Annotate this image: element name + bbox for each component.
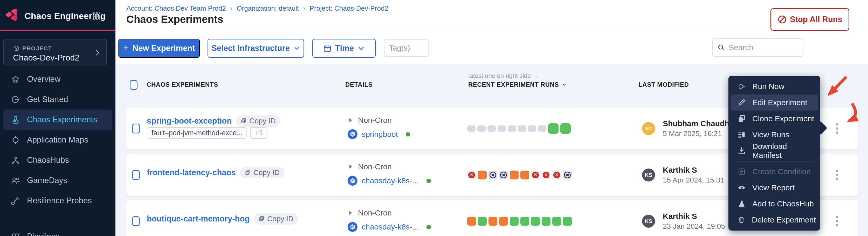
schedule-type: Non-Cron	[358, 162, 392, 171]
time-filter-dropdown[interactable]: Time	[312, 39, 376, 58]
run-status-empty[interactable]	[477, 125, 486, 131]
run-status-passed[interactable]	[560, 123, 571, 134]
menu-item-download-manifest[interactable]: Download Manifest	[731, 143, 818, 159]
run-status-passed[interactable]	[510, 217, 519, 226]
run-status-running[interactable]	[510, 171, 519, 179]
run-status-failed[interactable]: ✕	[552, 171, 561, 179]
run-status-empty[interactable]	[528, 125, 536, 131]
modified-by-name: Karthik S	[663, 212, 725, 221]
run-status-running[interactable]	[499, 217, 508, 226]
breadcrumb-link[interactable]: Organization: default	[237, 4, 299, 12]
sidebar-item-label: GameDays	[27, 176, 67, 185]
run-status-stopped[interactable]	[499, 171, 508, 179]
download-icon	[737, 146, 746, 155]
row-checkbox[interactable]	[132, 216, 140, 226]
experiment-name-cell: frontend-latency-chaos Copy ID	[147, 154, 329, 196]
cube-icon	[13, 45, 20, 52]
new-experiment-button[interactable]: + New Experiment	[118, 39, 200, 58]
sidebar-item-get-started[interactable]: Get Started	[3, 89, 112, 110]
failed-x-icon: ✕	[543, 172, 550, 178]
run-status-passed[interactable]	[563, 217, 572, 226]
run-status-passed[interactable]	[478, 217, 487, 226]
copy-icon	[245, 169, 251, 176]
row-checkbox[interactable]	[132, 124, 140, 134]
copy-id-button[interactable]: Copy ID	[254, 213, 298, 225]
brand-accent-line	[0, 30, 116, 31]
time-label: Time	[335, 43, 354, 53]
sidebar-item-application-maps[interactable]: Application Maps	[3, 130, 112, 150]
menu-item-edit-experiment[interactable]: Edit Experiment	[731, 94, 818, 111]
experiment-name-link[interactable]: frontend-latency-chaos	[147, 168, 236, 177]
run-status-running[interactable]	[489, 217, 497, 226]
sidebar-item-overview[interactable]: Overview	[3, 69, 112, 89]
infrastructure-link[interactable]: chaosday-k8s-...	[362, 223, 419, 231]
run-status-failed[interactable]: ✕	[467, 171, 476, 179]
flask-filled-icon	[737, 199, 746, 208]
copy-id-button[interactable]: Copy ID	[236, 115, 280, 127]
run-status-empty[interactable]	[488, 125, 496, 131]
run-status-stopped[interactable]	[563, 171, 572, 179]
run-status-running[interactable]	[478, 171, 487, 179]
copy-icon	[241, 118, 247, 124]
sidebar-item-pipelines[interactable]: Pipelines	[3, 227, 112, 236]
run-status-empty[interactable]	[518, 125, 526, 131]
play-caret-icon	[348, 164, 353, 170]
project-selector[interactable]: PROJECT Chaos-Dev-Prod2	[3, 39, 107, 65]
breadcrumb-link[interactable]: Project: Chaos-Dev-Prod2	[310, 4, 389, 12]
experiment-tag: +1	[250, 127, 268, 139]
row-actions-menu-button[interactable]	[834, 166, 840, 183]
stop-all-runs-button[interactable]: Stop All Runs	[771, 8, 849, 31]
menu-item-run-now[interactable]: Run Now	[731, 79, 818, 94]
copy-id-button[interactable]: Copy ID	[240, 167, 284, 178]
menu-item-delete-experiment[interactable]: Delete Experiment	[731, 212, 818, 228]
run-status-empty[interactable]	[538, 125, 546, 131]
menu-item-view-report[interactable]: View Report	[731, 180, 818, 196]
recent-runs-cell: ✕✕✕✕	[467, 171, 574, 179]
infrastructure-link[interactable]: chaosday-k8s-...	[362, 176, 419, 185]
details-cell: Non-Cron ☸ chaosday-k8s-...	[348, 200, 457, 236]
chaos-engineering-logo[interactable]	[4, 7, 19, 22]
select-all-checkbox[interactable]	[130, 80, 137, 90]
run-status-passed[interactable]	[531, 217, 540, 226]
row-actions-menu-button[interactable]	[834, 212, 840, 230]
avatar: SC	[642, 122, 655, 135]
run-status-failed[interactable]: ✕	[541, 171, 551, 179]
breadcrumb-separator: ›	[303, 4, 305, 12]
run-status-passed[interactable]	[520, 217, 529, 226]
sidebar-item-chaoshubs[interactable]: ChaosHubs	[3, 150, 112, 170]
menu-item-view-runs[interactable]: View Runs	[731, 127, 818, 143]
menu-item-label: View Runs	[752, 130, 789, 139]
infrastructure-link[interactable]: springboot	[362, 130, 398, 139]
row-checkbox[interactable]	[132, 170, 140, 180]
run-status-failed[interactable]: ✕	[531, 171, 540, 179]
search-input[interactable]	[729, 43, 791, 52]
app-switcher-grid-icon[interactable]	[92, 11, 100, 20]
page-header: Account: Chaos Dev Team Prod2›Organizati…	[116, 0, 868, 32]
tags-filter-input[interactable]	[384, 39, 429, 57]
experiment-name-link[interactable]: boutique-cart-memory-hog	[147, 214, 250, 224]
run-status-passed[interactable]	[548, 123, 559, 134]
recent-runs-cell	[467, 123, 572, 134]
menu-item-add-to-chaoshub[interactable]: Add to ChaosHub	[731, 196, 818, 212]
sidebar-item-chaos-experiments[interactable]: Chaos Experiments	[3, 110, 112, 130]
run-status-empty[interactable]	[508, 125, 516, 131]
run-status-running[interactable]	[467, 217, 476, 226]
failed-x-icon: ✕	[553, 172, 560, 178]
clone-icon	[737, 114, 746, 123]
sidebar-item-gamedays[interactable]: GameDays	[3, 170, 112, 190]
run-status-passed[interactable]	[552, 217, 561, 226]
run-status-passed[interactable]	[541, 217, 551, 226]
row-actions-menu-button[interactable]	[834, 120, 840, 137]
run-status-stopped[interactable]	[489, 171, 497, 179]
sidebar-item-resilience-probes[interactable]: Resilience Probes	[3, 190, 112, 211]
breadcrumb-link[interactable]: Account: Chaos Dev Team Prod2	[126, 4, 226, 12]
run-status-empty[interactable]	[498, 125, 506, 131]
run-status-empty[interactable]	[467, 125, 475, 131]
column-header-recent-runs[interactable]: RECENT EXPERIMENT RUNS	[468, 81, 567, 88]
chevron-down-icon	[293, 45, 300, 52]
menu-item-clone-experiment[interactable]: Clone Experiment	[731, 111, 818, 127]
pipelines-icon	[11, 232, 20, 236]
select-infrastructure-dropdown[interactable]: Select Infrastructure	[208, 39, 304, 58]
run-status-running[interactable]	[520, 171, 529, 179]
experiment-name-link[interactable]: spring-boot-exception	[147, 116, 231, 126]
